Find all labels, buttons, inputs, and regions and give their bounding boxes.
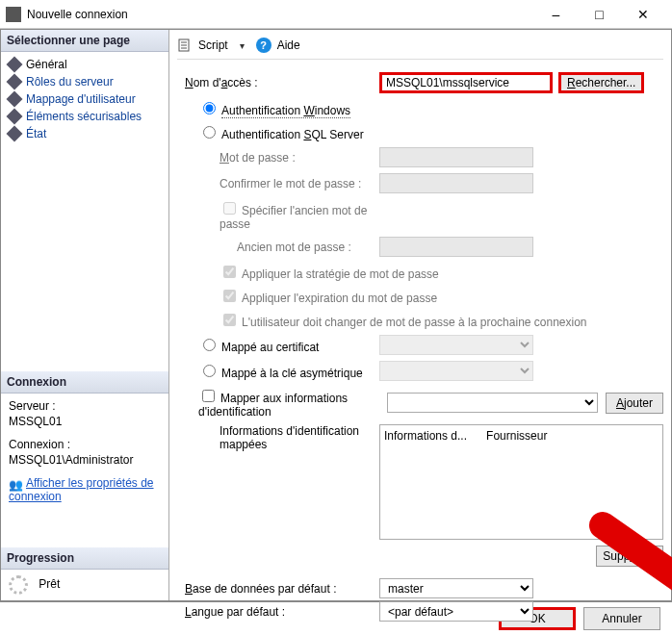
mapped-creds-label: Informations d'identification mappées [177,424,379,451]
map-creds-check[interactable]: Mapper aux informations d'identification [177,387,379,419]
script-icon [177,38,193,53]
spinner-icon [9,575,28,595]
confirm-password-input [379,173,533,193]
search-button[interactable]: Rechercher... [558,72,644,93]
key-select [379,361,533,381]
mapped-cert-radio[interactable]: Mappé au certificat [177,336,379,354]
mapped-key-radio[interactable]: Mappé à la clé asymétrique [177,362,379,380]
login-input[interactable] [379,72,553,93]
help-button[interactable]: Aide [277,38,300,52]
remove-button[interactable]: Supprimer [596,546,663,567]
enforce-expiry-check: Appliquer l'expiration du mot de passe [177,287,437,305]
script-button[interactable]: Script [198,38,228,52]
page-securables[interactable]: Éléments sécurisables [3,108,167,125]
wrench-icon [7,74,23,90]
titlebar: Nouvelle connexion – □ ✕ [0,0,672,29]
cert-select [379,335,533,355]
default-db-select[interactable]: master [379,578,533,598]
window-title: Nouvelle connexion [27,8,534,21]
status-text: Prêt [39,577,60,591]
wrench-icon [7,57,23,73]
page-user-mapping[interactable]: Mappage d'utilisateur [3,90,167,108]
connection-value: MSSQL01\Administrator [9,453,161,467]
server-label: Serveur : [9,399,161,413]
view-properties-link[interactable]: Afficher les propriétés de connexion [9,476,154,503]
app-icon [6,7,21,22]
page-server-roles[interactable]: Rôles du serveur [3,73,167,90]
default-lang-label: Langue par défaut : [177,605,379,619]
toolbar: Script ▾ ? Aide [177,36,663,60]
mapped-creds-list[interactable]: Informations d... Fournisseur [379,424,663,540]
old-password-input [379,237,533,257]
password-input [379,147,533,167]
close-button[interactable]: ✕ [621,1,664,28]
help-icon: ? [256,38,271,53]
script-dropdown[interactable]: ▾ [234,40,250,51]
auth-windows-radio[interactable]: Authentification Windows [177,99,379,117]
progress-header: Progression [1,547,168,570]
login-label: Nom d'accès : [177,76,379,89]
pages-header: Sélectionner une page [1,30,168,52]
connection-label: Connexion : [9,438,161,451]
specify-old-check: Spécifier l'ancien mot de passe [177,199,379,231]
server-value: MSSQL01 [9,415,161,428]
sidebar: Sélectionner une page Général Rôles du s… [1,30,169,600]
add-button[interactable]: Ajouter [606,393,663,414]
creds-select[interactable] [387,393,598,413]
enforce-policy-check: Appliquer la stratégie de mot de passe [177,263,439,281]
confirm-password-label: Confirmer le mot de passe : [177,177,379,190]
mapped-col-provider: Fournisseur [486,429,547,535]
password-label: Mot de passe : [177,151,379,165]
minimize-button[interactable]: – [534,1,578,28]
auth-sql-radio[interactable]: Authentification SQL Server [177,123,379,141]
wrench-icon [7,109,23,125]
page-status[interactable]: État [3,125,167,142]
people-icon [9,478,22,490]
page-general[interactable]: Général [3,56,167,73]
wrench-icon [7,126,23,142]
old-password-label: Ancien mot de passe : [177,241,379,254]
connection-header: Connexion [1,371,168,394]
wrench-icon [7,91,23,108]
default-db-label: Base de données par défaut : [177,582,379,596]
must-change-check: L'utilisateur doit changer de mot de pas… [177,311,587,329]
default-lang-select[interactable]: <par défaut> [379,601,533,622]
maximize-button[interactable]: □ [578,1,621,28]
mapped-col-info: Informations d... [384,429,467,535]
main-panel: Script ▾ ? Aide Nom d'accès : Rechercher… [169,30,671,600]
